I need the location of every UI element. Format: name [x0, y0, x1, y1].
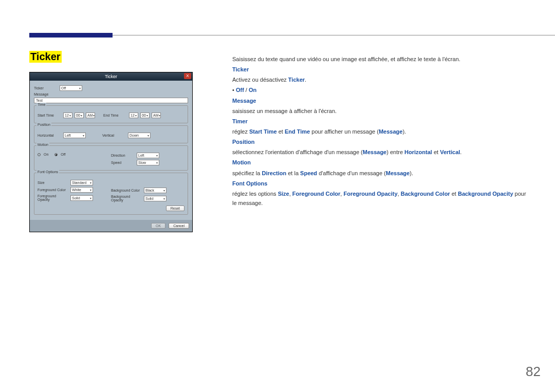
end-min[interactable]: 00 [140, 113, 150, 118]
heading-ticker: Ticker [232, 65, 527, 74]
motion-fieldset: Motion On Off Direction Left [34, 145, 188, 171]
font-legend: Font Options [36, 170, 59, 174]
start-ampm[interactable]: AM [86, 113, 95, 118]
page-number: 82 [526, 364, 541, 380]
close-button[interactable]: X [184, 73, 191, 79]
font-options-fieldset: Font Options SizeStandard Foreground Col… [34, 173, 188, 215]
vertical-select[interactable]: Down [128, 133, 151, 138]
bgo-select[interactable]: Solid [144, 196, 166, 201]
speed-select[interactable]: Slow [137, 160, 159, 165]
page-title: Ticker [29, 51, 62, 63]
horizontal-select[interactable]: Left [63, 133, 86, 138]
cancel-button[interactable]: Cancel [169, 223, 189, 229]
paragraph-font: réglez les options Size, Foreground Colo… [232, 189, 527, 208]
position-legend: Position [36, 123, 51, 126]
fgo-label: Foreground Opacity [38, 194, 68, 201]
paragraph-ticker: Activez ou désactivez Ticker. [232, 75, 527, 84]
vertical-label: Vertical [102, 134, 126, 137]
size-select[interactable]: Standard [70, 180, 93, 185]
heading-message: Message [232, 96, 527, 105]
size-label: Size [38, 181, 68, 184]
start-min[interactable]: 00 [75, 113, 84, 118]
dialog-title-text: Ticker [105, 74, 117, 79]
time-legend: Time [36, 103, 46, 106]
direction-select[interactable]: Left [137, 153, 159, 158]
heading-font-options: Font Options [232, 179, 527, 188]
fgc-label: Foreground Color [38, 188, 68, 192]
message-label: Message [34, 92, 58, 96]
ticker-dialog-screenshot: Ticker X Ticker Off Message Test Time St… [29, 72, 193, 232]
message-input[interactable]: Test [34, 98, 188, 103]
end-ampm[interactable]: AM [152, 113, 161, 118]
paragraph-message: saisissez un message à afficher à l'écra… [232, 106, 527, 116]
reset-button[interactable]: Reset [166, 206, 184, 211]
heading-motion: Motion [232, 158, 527, 167]
dialog-footer: OK Cancel [30, 220, 192, 232]
motion-off-radio[interactable] [54, 153, 58, 156]
direction-label: Direction [111, 154, 135, 157]
speed-label: Speed [111, 161, 135, 164]
start-time-label: Start Time [38, 114, 61, 117]
fgc-select[interactable]: White [70, 187, 93, 193]
dialog-titlebar: Ticker X [30, 72, 192, 81]
heading-position: Position [232, 137, 527, 146]
motion-off-label: Off [61, 153, 65, 156]
time-fieldset: Time Start Time 12 00 AM End Time 12 00 … [34, 105, 188, 123]
intro-text: Saisissez du texte quand une vidéo ou un… [232, 54, 527, 64]
ticker-label: Ticker [34, 86, 58, 90]
motion-legend: Motion [36, 143, 49, 146]
bgc-select[interactable]: Black [144, 188, 166, 193]
header-accent [29, 33, 113, 38]
bgc-label: Background Color [111, 189, 142, 192]
horizontal-label: Horizontal [38, 134, 61, 137]
ticker-select[interactable]: Off [60, 85, 82, 91]
paragraph-motion: spécifiez la Direction et la Speed d'aff… [232, 169, 527, 178]
start-hour[interactable]: 12 [63, 113, 72, 118]
ok-button[interactable]: OK [151, 223, 165, 229]
bgo-label: Background Opacity [111, 195, 142, 202]
paragraph-position: sélectionnez l'orientation d'affichage d… [232, 147, 527, 157]
end-time-label: End Time [103, 114, 127, 117]
article-body: Saisissez du texte quand une vidéo ou un… [232, 53, 527, 209]
fgo-select[interactable]: Solid [70, 195, 93, 201]
bullet-off-on: • Off / On [232, 85, 527, 95]
paragraph-timer: réglez Start Time et End Time pour affic… [232, 127, 527, 136]
position-fieldset: Position Horizontal Left Vertical Down [34, 125, 188, 143]
motion-on-label: On [44, 153, 48, 156]
motion-on-radio[interactable] [38, 153, 41, 156]
end-hour[interactable]: 12 [129, 113, 138, 118]
heading-timer: Timer [232, 117, 527, 126]
